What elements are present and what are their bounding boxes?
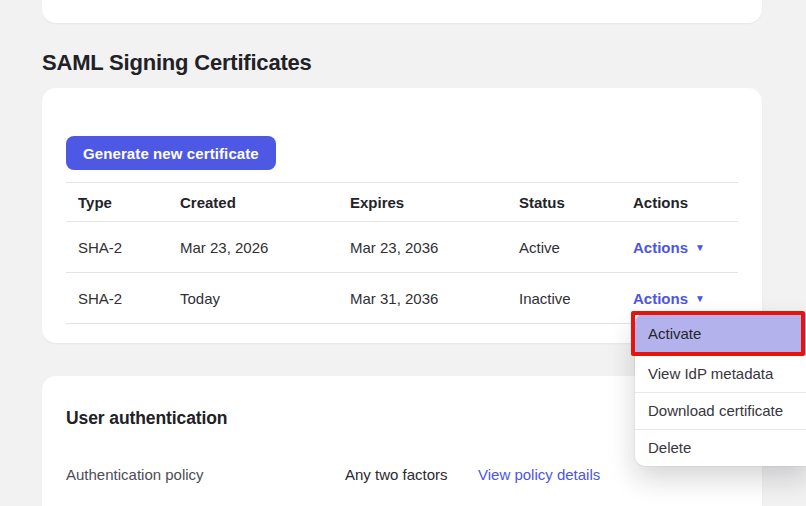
menu-item-delete[interactable]: Delete <box>635 429 806 466</box>
column-header-type: Type <box>66 194 168 211</box>
settings-page: { "page_title": "SAML Signing Certificat… <box>0 0 806 506</box>
cell-expires: Mar 31, 2036 <box>338 290 507 307</box>
column-header-actions: Actions <box>621 194 738 211</box>
cell-type: SHA-2 <box>66 290 168 307</box>
actions-label: Actions <box>633 290 688 307</box>
previous-section-card <box>42 0 762 23</box>
actions-dropdown-trigger[interactable]: Actions ▼ <box>633 290 705 307</box>
column-header-created: Created <box>168 194 338 211</box>
column-header-status: Status <box>507 194 621 211</box>
actions-dropdown-menu: Activate View IdP metadata Download cert… <box>635 313 806 466</box>
user-authentication-title: User authentication <box>66 408 227 429</box>
column-header-expires: Expires <box>338 194 507 211</box>
cell-created: Mar 23, 2026 <box>168 239 338 256</box>
table-header-row: Type Created Expires Status Actions <box>66 182 738 222</box>
caret-down-icon: ▼ <box>695 243 705 253</box>
certificates-table: Type Created Expires Status Actions SHA-… <box>66 182 738 324</box>
view-policy-details-link[interactable]: View policy details <box>478 466 600 483</box>
actions-label: Actions <box>633 239 688 256</box>
caret-down-icon: ▼ <box>695 294 705 304</box>
page-title: SAML Signing Certificates <box>42 50 312 76</box>
cell-status: Active <box>507 239 621 256</box>
cell-status: Inactive <box>507 290 621 307</box>
actions-dropdown-trigger[interactable]: Actions ▼ <box>633 239 705 256</box>
cell-expires: Mar 23, 2036 <box>338 239 507 256</box>
saml-certificates-card: Generate new certificate Type Created Ex… <box>42 88 762 343</box>
cell-type: SHA-2 <box>66 239 168 256</box>
authentication-policy-value: Any two factors <box>345 466 448 483</box>
table-row: SHA-2 Mar 23, 2026 Mar 23, 2036 Active A… <box>66 222 738 273</box>
menu-item-download-certificate[interactable]: Download certificate <box>635 392 806 429</box>
menu-item-activate[interactable]: Activate <box>635 313 806 355</box>
cell-created: Today <box>168 290 338 307</box>
menu-item-view-idp-metadata[interactable]: View IdP metadata <box>635 355 806 392</box>
authentication-policy-label: Authentication policy <box>66 466 204 483</box>
generate-certificate-button[interactable]: Generate new certificate <box>66 136 276 170</box>
